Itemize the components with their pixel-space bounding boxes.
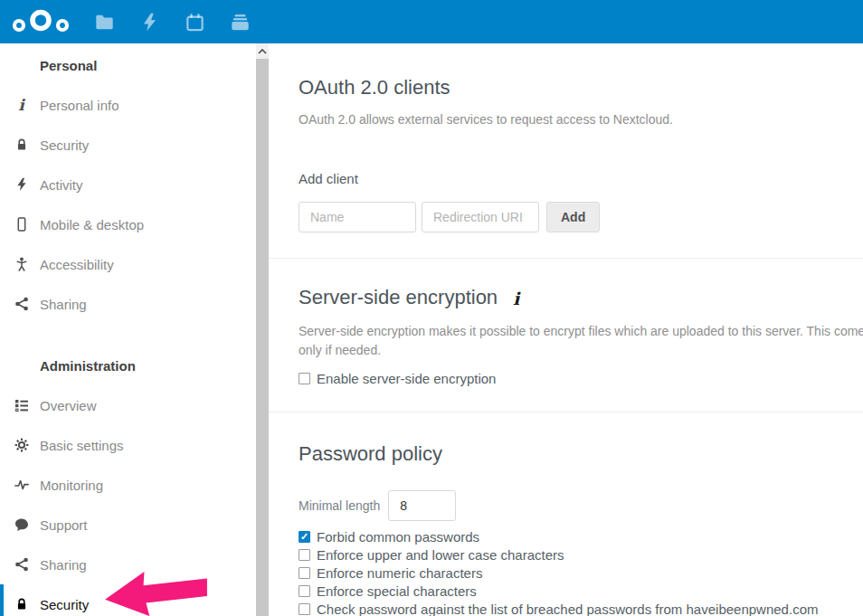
calendar-icon[interactable] <box>185 13 204 32</box>
minimal-length-label: Minimal length <box>299 498 380 513</box>
files-folder-icon[interactable] <box>95 13 114 32</box>
sidebar-item-activity[interactable]: Activity <box>0 165 256 204</box>
scrollbar-thumb[interactable] <box>256 59 269 616</box>
activity-bolt-icon[interactable] <box>140 13 159 32</box>
sidebar-scrollbar <box>256 43 269 616</box>
enforce-numeric-checkbox[interactable] <box>299 567 310 579</box>
settings-sidebar: Personal i Personal info Security Activi… <box>0 43 256 616</box>
sidebar-caption-personal: Personal <box>0 45 256 85</box>
password-policy-checkbox-list: Forbid common passwords Enforce upper an… <box>299 527 863 616</box>
forbid-common-passwords-checkbox[interactable] <box>299 531 310 543</box>
bolt-icon <box>14 177 29 193</box>
enable-encryption-checkbox-row[interactable]: Enable server-side encryption <box>299 372 863 385</box>
gear-icon <box>14 438 29 453</box>
redirection-uri-input[interactable] <box>422 202 539 232</box>
overview-list-icon <box>14 398 29 413</box>
password-policy-section: Password policy Minimal length Forbid co… <box>269 412 863 616</box>
sidebar-item-accessibility[interactable]: Accessibility <box>0 244 256 284</box>
enforce-numeric-row[interactable]: Enforce numeric characters <box>299 564 863 582</box>
enforce-upper-lower-checkbox[interactable] <box>299 549 310 561</box>
minimal-length-row: Minimal length <box>299 490 863 521</box>
add-client-label: Add client <box>299 171 863 186</box>
info-icon[interactable]: i <box>513 289 519 308</box>
sidebar-item-sharing-admin[interactable]: Sharing <box>0 545 256 584</box>
accessibility-icon <box>14 257 29 272</box>
deck-icon[interactable] <box>231 13 250 32</box>
top-bar <box>0 0 863 43</box>
phone-icon <box>14 217 29 232</box>
support-bubble-icon <box>14 517 29 533</box>
enforce-upper-lower-row[interactable]: Enforce upper and lower case characters <box>299 545 863 564</box>
client-name-input[interactable] <box>299 202 416 232</box>
sidebar-item-support[interactable]: Support <box>0 505 256 545</box>
lock-icon <box>14 137 29 153</box>
sidebar-item-overview[interactable]: Overview <box>0 385 256 425</box>
password-policy-title: Password policy <box>299 442 863 466</box>
check-haveibeenpwned-checkbox[interactable] <box>299 603 310 615</box>
info-icon: i <box>14 98 29 113</box>
minimal-length-input[interactable] <box>388 490 456 521</box>
encryption-section: Server-side encryption i Server-side enc… <box>269 258 863 412</box>
settings-content: OAuth 2.0 clients OAuth 2.0 allows exter… <box>269 43 863 616</box>
share-icon <box>14 557 29 573</box>
add-client-form: Add <box>299 202 863 232</box>
enforce-special-checkbox[interactable] <box>299 585 310 597</box>
enforce-special-row[interactable]: Enforce special characters <box>299 582 863 600</box>
sidebar-item-security-personal[interactable]: Security <box>0 125 256 165</box>
sidebar-item-personal-info[interactable]: i Personal info <box>0 85 256 125</box>
monitoring-pulse-icon <box>14 478 29 493</box>
sidebar-item-monitoring[interactable]: Monitoring <box>0 465 256 505</box>
scrollbar-up-button[interactable] <box>256 43 269 59</box>
sidebar-item-security-admin[interactable]: Security <box>0 584 256 616</box>
enable-encryption-checkbox[interactable] <box>299 373 310 384</box>
oauth-title: OAuth 2.0 clients <box>299 76 863 100</box>
share-icon <box>14 297 29 312</box>
forbid-common-passwords-row[interactable]: Forbid common passwords <box>299 527 863 545</box>
sidebar-caption-administration: Administration <box>0 346 256 385</box>
sidebar-item-sharing-personal[interactable]: Sharing <box>0 284 256 324</box>
sidebar-item-mobile-desktop[interactable]: Mobile & desktop <box>0 204 256 244</box>
nextcloud-logo-icon[interactable] <box>11 9 71 34</box>
sidebar-item-basic-settings[interactable]: Basic settings <box>0 425 256 465</box>
encryption-description: Server-side encryption makes it possible… <box>299 322 863 360</box>
add-button[interactable]: Add <box>546 202 600 232</box>
encryption-title: Server-side encryption <box>299 286 498 309</box>
oauth-description: OAuth 2.0 allows external services to re… <box>299 110 863 129</box>
check-haveibeenpwned-row[interactable]: Check password against the list of breac… <box>299 600 863 616</box>
lock-icon <box>14 597 29 612</box>
oauth-section: OAuth 2.0 clients OAuth 2.0 allows exter… <box>269 43 863 258</box>
nextcloud-settings-window: Personal i Personal info Security Activi… <box>0 0 863 616</box>
